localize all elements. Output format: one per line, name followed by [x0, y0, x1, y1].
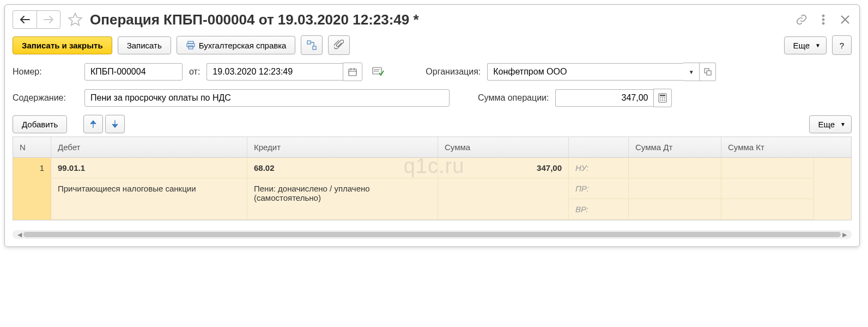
- cell-kt-2[interactable]: [721, 178, 814, 199]
- svg-point-1: [822, 18, 824, 21]
- arrow-left-icon: [20, 16, 31, 23]
- svg-rect-11: [707, 71, 711, 75]
- titlebar: Операция КПБП-000004 от 19.03.2020 12:23…: [13, 10, 852, 29]
- from-label: от:: [189, 67, 200, 77]
- date-picker-button[interactable]: [343, 63, 362, 81]
- org-label: Организация:: [426, 67, 481, 77]
- toolbar: Записать и закрыть Записать Бухгалтерска…: [13, 35, 852, 55]
- chevron-down-icon: ▼: [689, 69, 694, 75]
- col-debit[interactable]: Дебет: [51, 137, 247, 157]
- col-credit[interactable]: Кредит: [247, 137, 438, 157]
- number-label: Номер:: [13, 67, 78, 77]
- svg-rect-9: [373, 67, 381, 74]
- title-actions: [795, 13, 852, 26]
- cell-dt-3[interactable]: [629, 199, 721, 220]
- arrow-down-icon: [111, 120, 119, 128]
- nav-buttons: [13, 10, 60, 29]
- cell-debit-acc[interactable]: 99.01.1: [51, 158, 247, 178]
- svg-point-2: [822, 22, 824, 24]
- grid-row[interactable]: 1 99.01.1 68.02 347,00 НУ: Причитающиеся…: [13, 158, 851, 220]
- table-toolbar: Добавить Еще▼: [13, 115, 852, 133]
- svg-rect-5: [189, 46, 193, 49]
- cell-sum-2[interactable]: [438, 178, 569, 220]
- svg-point-18: [662, 100, 663, 101]
- sum-input[interactable]: [555, 89, 653, 107]
- arrow-right-icon: [43, 16, 54, 23]
- col-n[interactable]: N: [13, 137, 51, 157]
- report-label: Бухгалтерская справка: [199, 41, 287, 50]
- cell-dt-1[interactable]: [629, 158, 721, 178]
- svg-rect-13: [660, 95, 665, 96]
- content-label: Содержание:: [13, 93, 78, 103]
- status-ok-icon[interactable]: [371, 65, 385, 79]
- row-content-sum: Содержание: Сумма операции:: [13, 89, 852, 107]
- cell-tag-vr: ВР:: [569, 199, 629, 220]
- svg-rect-4: [187, 44, 195, 47]
- org-open-button[interactable]: [700, 63, 716, 81]
- col-blank[interactable]: [569, 137, 629, 157]
- cell-kt-3[interactable]: [721, 199, 814, 220]
- save-button[interactable]: Записать: [118, 36, 171, 54]
- table-more-button[interactable]: Еще▼: [809, 115, 852, 133]
- svg-point-16: [664, 97, 665, 98]
- structure-icon: [306, 40, 317, 51]
- content-input[interactable]: [84, 89, 450, 107]
- close-icon: [840, 15, 850, 24]
- help-button[interactable]: ?: [832, 35, 852, 55]
- svg-point-19: [664, 100, 665, 101]
- more-label: Еще: [793, 41, 810, 50]
- link-icon: [796, 14, 808, 26]
- scroll-left-icon[interactable]: ◀: [16, 231, 23, 238]
- scroll-right-icon[interactable]: ▶: [841, 231, 848, 238]
- attach-button[interactable]: [328, 35, 350, 55]
- report-button[interactable]: Бухгалтерская справка: [177, 36, 296, 54]
- chevron-down-icon: ▼: [815, 42, 821, 48]
- cell-tag-pr: ПР:: [569, 178, 629, 199]
- svg-point-15: [662, 97, 663, 98]
- col-sum-dt[interactable]: Сумма Дт: [629, 137, 721, 157]
- chevron-down-icon: ▼: [840, 121, 846, 127]
- printer-icon: [186, 40, 196, 50]
- svg-rect-7: [313, 46, 316, 50]
- horizontal-scrollbar[interactable]: ◀ ▶: [13, 230, 852, 239]
- move-up-button[interactable]: [83, 115, 103, 133]
- date-input[interactable]: [207, 63, 343, 81]
- col-sum[interactable]: Сумма: [438, 137, 569, 157]
- col-sum-kt[interactable]: Сумма Кт: [721, 137, 814, 157]
- cell-debit-desc[interactable]: Причитающиеся налоговые санкции: [51, 178, 247, 220]
- link-button[interactable]: [795, 13, 808, 26]
- help-label: ?: [840, 41, 844, 50]
- number-input[interactable]: [84, 63, 183, 81]
- cell-n: 1: [13, 158, 51, 220]
- svg-rect-8: [349, 69, 356, 76]
- favorite-star-icon[interactable]: [67, 11, 83, 28]
- more-button[interactable]: Еще▼: [784, 36, 827, 54]
- postings-grid: N Дебет Кредит Сумма Сумма Дт Сумма Кт 1…: [13, 137, 852, 220]
- calendar-icon: [348, 67, 357, 77]
- scroll-thumb[interactable]: [23, 232, 841, 237]
- svg-point-0: [822, 15, 824, 17]
- calculator-button[interactable]: [653, 89, 672, 107]
- cell-sum[interactable]: 347,00: [438, 158, 569, 178]
- structure-button[interactable]: [301, 35, 323, 55]
- add-button[interactable]: Добавить: [13, 115, 67, 133]
- cell-credit-desc[interactable]: Пени: доначислено / уплачено (самостояте…: [247, 178, 438, 220]
- cell-dt-2[interactable]: [629, 178, 721, 199]
- menu-button[interactable]: [817, 13, 830, 26]
- cell-tag-nu: НУ:: [569, 158, 629, 178]
- org-input[interactable]: [487, 63, 683, 81]
- org-dropdown-button[interactable]: ▼: [683, 63, 700, 81]
- forward-button[interactable]: [37, 10, 60, 29]
- move-down-button[interactable]: [105, 115, 125, 133]
- paperclip-icon: [334, 40, 344, 51]
- save-close-button[interactable]: Записать и закрыть: [13, 36, 112, 54]
- close-button[interactable]: [839, 13, 852, 26]
- back-button[interactable]: [13, 10, 37, 29]
- cell-credit-acc[interactable]: 68.02: [247, 158, 438, 178]
- kebab-icon: [822, 14, 825, 25]
- cell-kt-1[interactable]: [721, 158, 814, 178]
- calculator-icon: [658, 93, 667, 103]
- row-number-date-org: Номер: от: Организация: ▼: [13, 63, 852, 81]
- grid-header: N Дебет Кредит Сумма Сумма Дт Сумма Кт: [13, 137, 851, 158]
- arrow-up-icon: [89, 120, 97, 128]
